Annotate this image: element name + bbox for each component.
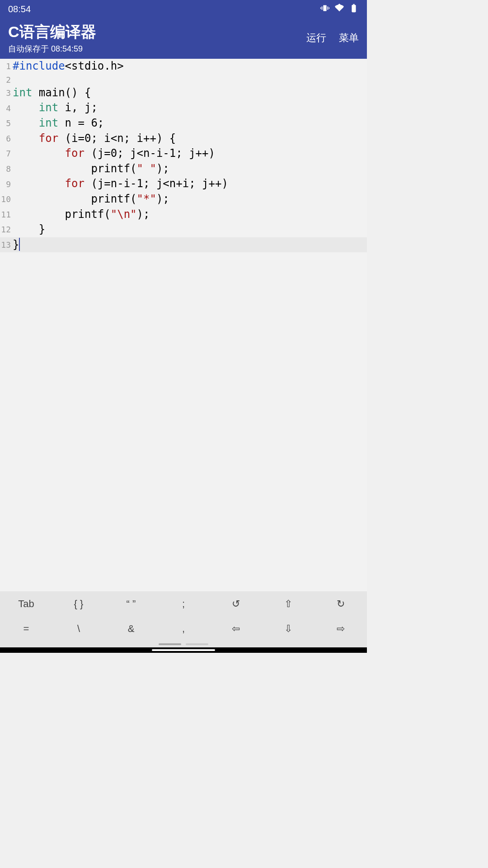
line-number: 2 (0, 74, 13, 85)
line-number: 13 (0, 237, 13, 253)
code-line[interactable]: 10 printf("*"); (0, 192, 367, 207)
app-bar: C语言编译器 自动保存于 08:54:59 运行 菜单 (0, 18, 367, 59)
line-number: 3 (0, 85, 13, 101)
toolbar-key[interactable]: Tab (0, 591, 52, 616)
svg-rect-4 (329, 7, 329, 9)
code-content[interactable]: for (j=0; j<n-i-1; j++) (13, 146, 367, 161)
code-editor[interactable]: 1#include<stdio.h>23int main() {4 int i,… (0, 59, 367, 591)
code-content[interactable] (13, 74, 367, 85)
menu-button[interactable]: 菜单 (339, 31, 359, 45)
code-line[interactable]: 6 for (i=0; i<n; i++) { (0, 131, 367, 146)
code-line[interactable]: 9 for (j=n-i-1; j<n+i; j++) (0, 176, 367, 192)
svg-rect-2 (328, 6, 328, 9)
toolbar-key[interactable]: ⇩ (262, 616, 314, 641)
line-number: 8 (0, 161, 13, 177)
svg-rect-5 (352, 5, 356, 12)
toolbar-key[interactable]: ⇧ (262, 591, 314, 616)
system-nav-bar (0, 647, 367, 653)
status-bar: 08:54 (0, 0, 367, 18)
code-content[interactable]: } (13, 222, 367, 237)
code-line[interactable]: 2 (0, 74, 367, 85)
code-content[interactable]: printf("\n"); (13, 207, 367, 222)
line-number: 9 (0, 176, 13, 192)
line-number: 5 (0, 116, 13, 131)
code-line[interactable]: 3int main() { (0, 85, 367, 101)
svg-rect-1 (322, 6, 323, 9)
code-line[interactable]: 13} (0, 237, 367, 253)
toolbar-key[interactable]: ↻ (314, 591, 367, 616)
run-button[interactable]: 运行 (306, 31, 326, 45)
status-icons (320, 3, 359, 15)
keyboard-toolbar: Tab{ }“ ”;↺⇧↻ =\&,⇦⇩⇨ (0, 591, 367, 647)
pager-dot (186, 643, 208, 645)
code-content[interactable]: int n = 6; (13, 116, 367, 131)
code-line[interactable]: 4 int i, j; (0, 100, 367, 116)
home-handle[interactable] (152, 649, 215, 651)
code-line[interactable]: 12 } (0, 222, 367, 237)
code-content[interactable]: int i, j; (13, 100, 367, 116)
line-number: 6 (0, 131, 13, 146)
toolbar-key[interactable]: & (105, 616, 157, 641)
code-content[interactable]: printf("*"); (13, 192, 367, 207)
code-content[interactable]: } (13, 237, 367, 253)
app-title: C语言编译器 (8, 22, 96, 42)
pager-dot (159, 643, 181, 645)
text-cursor (19, 238, 20, 251)
toolbar-key[interactable]: , (157, 616, 210, 641)
code-content[interactable]: printf(" "); (13, 161, 367, 177)
line-number: 12 (0, 222, 13, 237)
line-number: 10 (0, 192, 13, 207)
vibrate-icon (320, 3, 330, 15)
code-content[interactable]: int main() { (13, 85, 367, 101)
line-number: 4 (0, 100, 13, 116)
status-time: 08:54 (8, 4, 31, 14)
line-number: 7 (0, 146, 13, 161)
toolbar-key[interactable]: “ ” (105, 591, 157, 616)
toolbar-key[interactable]: ⇨ (314, 616, 367, 641)
svg-rect-3 (320, 7, 321, 9)
code-content[interactable]: for (i=0; i<n; i++) { (13, 131, 367, 146)
toolbar-key[interactable]: \ (52, 616, 105, 641)
svg-rect-0 (323, 5, 326, 11)
toolbar-key[interactable]: { } (52, 591, 105, 616)
svg-rect-6 (353, 4, 355, 5)
code-line[interactable]: 7 for (j=0; j<n-i-1; j++) (0, 146, 367, 161)
wifi-icon (334, 3, 344, 15)
autosave-status: 自动保存于 08:54:59 (8, 43, 96, 54)
code-line[interactable]: 11 printf("\n"); (0, 207, 367, 222)
line-number: 1 (0, 59, 13, 74)
toolbar-key[interactable]: ; (157, 591, 210, 616)
code-content[interactable]: for (j=n-i-1; j<n+i; j++) (13, 176, 367, 192)
pager-indicator (0, 641, 367, 647)
battery-icon (349, 3, 359, 15)
line-number: 11 (0, 207, 13, 222)
code-line[interactable]: 5 int n = 6; (0, 116, 367, 131)
code-content[interactable]: #include<stdio.h> (13, 59, 367, 74)
toolbar-key[interactable]: = (0, 616, 52, 641)
code-line[interactable]: 8 printf(" "); (0, 161, 367, 177)
toolbar-key[interactable]: ⇦ (210, 616, 262, 641)
code-line[interactable]: 1#include<stdio.h> (0, 59, 367, 74)
toolbar-key[interactable]: ↺ (210, 591, 262, 616)
